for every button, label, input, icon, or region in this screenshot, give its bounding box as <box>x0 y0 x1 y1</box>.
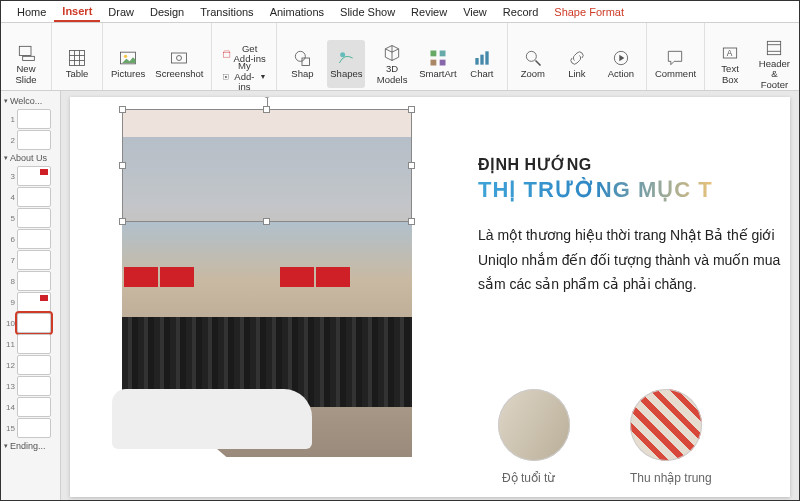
addins-icon <box>222 70 230 84</box>
resize-handle[interactable] <box>408 162 415 169</box>
tab-record[interactable]: Record <box>495 3 546 21</box>
circle-image-1[interactable] <box>498 389 570 461</box>
resize-handle[interactable] <box>119 218 126 225</box>
comment-button[interactable]: Comment <box>653 40 698 88</box>
slide-title-2[interactable]: THỊ TRƯỜNG MỤC T <box>478 177 713 203</box>
screenshot-icon <box>169 48 189 68</box>
thumb-row[interactable]: 8 <box>5 271 58 291</box>
tab-insert[interactable]: Insert <box>54 2 100 22</box>
rotation-handle[interactable] <box>263 97 271 98</box>
resize-handle[interactable] <box>263 106 270 113</box>
svg-rect-19 <box>430 60 436 66</box>
tab-review[interactable]: Review <box>403 3 455 21</box>
slide-thumb[interactable] <box>17 418 51 438</box>
section-ending[interactable]: Ending... <box>3 439 58 453</box>
group-addins: Get Add-ins My Add-ins▼ <box>212 23 277 90</box>
slide-thumb[interactable] <box>17 397 51 417</box>
tab-transitions[interactable]: Transitions <box>192 3 261 21</box>
resize-handle[interactable] <box>408 218 415 225</box>
thumb-row[interactable]: 1 <box>5 109 58 129</box>
store-icon <box>222 47 231 61</box>
slide-thumb[interactable] <box>17 334 51 354</box>
circle-image-2[interactable] <box>630 389 702 461</box>
headerfooter-button[interactable]: Header & Footer <box>755 40 794 88</box>
tab-draw[interactable]: Draw <box>100 3 142 21</box>
smartart-button[interactable]: SmartArt <box>419 40 457 88</box>
table-label: Table <box>66 69 89 79</box>
slide-title-1[interactable]: ĐỊNH HƯỚNG <box>478 155 592 174</box>
caption-2[interactable]: Thu nhập trung <box>630 471 712 485</box>
tab-view[interactable]: View <box>455 3 495 21</box>
tab-design[interactable]: Design <box>142 3 192 21</box>
slide-thumb[interactable] <box>17 355 51 375</box>
screenshot-button[interactable]: Screenshot <box>153 40 205 88</box>
action-button[interactable]: Action <box>602 40 640 88</box>
resize-handle[interactable] <box>119 106 126 113</box>
resize-handle[interactable] <box>119 162 126 169</box>
textbox-button[interactable]: A Text Box <box>711 40 749 88</box>
slide[interactable]: ĐỊNH HƯỚNG THỊ TRƯỜNG MỤC T Là một thươn… <box>70 97 790 497</box>
new-slide-button[interactable]: New Slide <box>7 40 45 88</box>
slide-thumb[interactable] <box>17 271 51 291</box>
resize-handle[interactable] <box>408 106 415 113</box>
shapes-button-primary[interactable]: Shap <box>283 40 321 88</box>
chart-button[interactable]: Chart <box>463 40 501 88</box>
shapes-gallery-button[interactable]: Shapes <box>327 40 365 88</box>
resize-handle[interactable] <box>263 218 270 225</box>
slide-canvas[interactable]: ĐỊNH HƯỚNG THỊ TRƯỜNG MỤC T Là một thươn… <box>61 91 799 500</box>
slide-thumb[interactable] <box>17 130 51 150</box>
svg-rect-30 <box>768 41 781 54</box>
thumb-row[interactable]: 12 <box>5 355 58 375</box>
thumb-row[interactable]: 4 <box>5 187 58 207</box>
workspace: Welco... 1 2 About Us 3 4 5 6 7 8 9 10 1… <box>1 91 799 500</box>
thumb-row[interactable]: 6 <box>5 229 58 249</box>
caption-1[interactable]: Độ tuổi từ <box>502 471 555 485</box>
thumb-row[interactable]: 2 <box>5 130 58 150</box>
section-about-us[interactable]: About Us <box>3 151 58 165</box>
slide-thumb[interactable] <box>17 208 51 228</box>
thumb-row[interactable]: 9 <box>5 292 58 312</box>
selected-shape[interactable] <box>122 109 412 222</box>
table-icon <box>67 48 87 68</box>
slide-thumb[interactable] <box>17 109 51 129</box>
slide-thumb[interactable] <box>17 313 51 333</box>
pictures-button[interactable]: Pictures <box>109 40 147 88</box>
tab-slideshow[interactable]: Slide Show <box>332 3 403 21</box>
svg-rect-0 <box>19 46 31 55</box>
thumb-row[interactable]: 13 <box>5 376 58 396</box>
3dmodels-button[interactable]: 3D Models <box>371 40 412 88</box>
thumb-row[interactable]: 14 <box>5 397 58 417</box>
section-welcome[interactable]: Welco... <box>3 94 58 108</box>
svg-rect-2 <box>70 51 85 66</box>
tab-animations[interactable]: Animations <box>262 3 332 21</box>
thumbnail-pane[interactable]: Welco... 1 2 About Us 3 4 5 6 7 8 9 10 1… <box>1 91 61 500</box>
svg-rect-9 <box>172 53 187 63</box>
svg-rect-18 <box>440 51 446 57</box>
slide-thumb[interactable] <box>17 292 51 312</box>
slide-body[interactable]: Là một thương hiệu thời trang Nhật Bả th… <box>478 223 790 297</box>
table-button[interactable]: Table <box>58 40 96 88</box>
thumb-row[interactable]: 10 <box>5 313 58 333</box>
pictures-icon <box>118 48 138 68</box>
tab-home[interactable]: Home <box>9 3 54 21</box>
my-addins-button[interactable]: My Add-ins▼ <box>218 66 270 88</box>
slide-thumb[interactable] <box>17 229 51 249</box>
thumb-row[interactable]: 15 <box>5 418 58 438</box>
tab-shape-format[interactable]: Shape Format <box>546 3 632 21</box>
thumb-row[interactable]: 3 <box>5 166 58 186</box>
thumb-row[interactable]: 7 <box>5 250 58 270</box>
group-comments: Comment <box>647 23 705 90</box>
svg-rect-15 <box>302 58 310 66</box>
slide-thumb[interactable] <box>17 187 51 207</box>
zoom-button[interactable]: Zoom <box>514 40 552 88</box>
link-button[interactable]: Link <box>558 40 596 88</box>
action-icon <box>611 48 631 68</box>
slide-thumb[interactable] <box>17 250 51 270</box>
thumb-row[interactable]: 5 <box>5 208 58 228</box>
chart-icon <box>472 48 492 68</box>
action-label: Action <box>608 69 634 79</box>
slide-thumb[interactable] <box>17 376 51 396</box>
link-icon <box>567 48 587 68</box>
thumb-row[interactable]: 11 <box>5 334 58 354</box>
slide-thumb[interactable] <box>17 166 51 186</box>
